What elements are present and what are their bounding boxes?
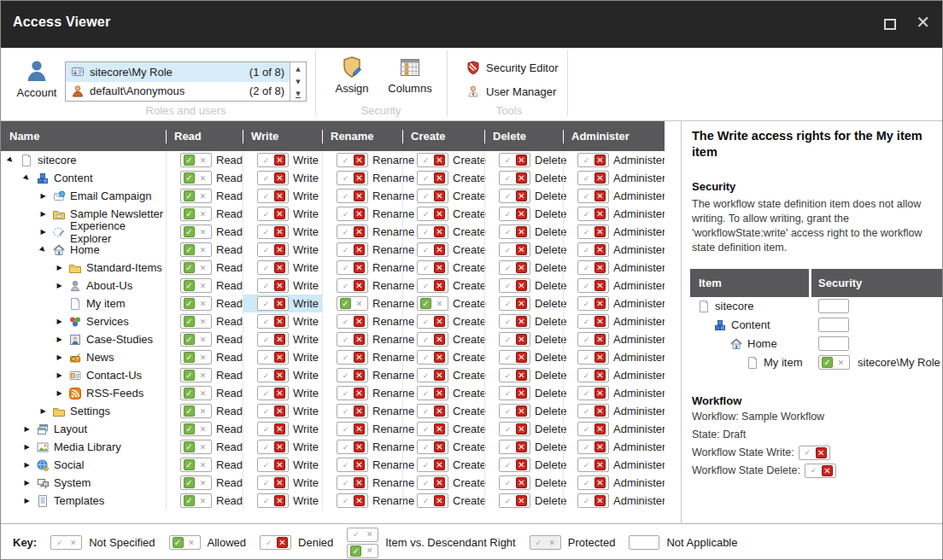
access-cell-administer[interactable]: ✓✕Administer [563, 151, 665, 169]
tree-item-system[interactable]: ▶System [1, 474, 166, 492]
access-cell-read[interactable]: ✓✕Read [166, 205, 243, 223]
access-cell-delete[interactable]: ✓✕Delete [484, 456, 563, 474]
access-cell-delete[interactable]: ✓✕Delete [484, 151, 563, 169]
access-cell-delete[interactable]: ✓✕Delete [484, 223, 563, 241]
scroll-up-icon[interactable]: ▲ [290, 62, 306, 75]
expander-collapsed-icon[interactable]: ▶ [22, 425, 32, 433]
expander-collapsed-icon[interactable]: ▶ [55, 282, 64, 289]
access-cell-read[interactable]: ✓✕Read [166, 366, 243, 384]
roles-list-item[interactable]: default\Anonymous(2 of 8) [66, 82, 290, 102]
tree-row[interactable]: ▶Media Library✓✕Read✓✕Write✓✕Rename✓✕Cre… [1, 438, 665, 456]
access-cell-administer[interactable]: ✓✕Administer [563, 420, 665, 438]
access-cell-create[interactable]: ✓✕Create [402, 330, 484, 348]
expander-collapsed-icon[interactable]: ▶ [22, 497, 32, 505]
tree-row[interactable]: ▶Experience Explorer✓✕Read✓✕Write✓✕Renam… [1, 223, 665, 241]
access-cell-create[interactable]: ✓✕Create [402, 474, 484, 492]
access-cell-create[interactable]: ✓✕Create [402, 348, 484, 366]
access-cell-create[interactable]: ✓✕Create [402, 366, 484, 384]
access-cell-rename[interactable]: ✓✕Rename [322, 492, 402, 510]
access-cell-rename[interactable]: ✓✕Rename [322, 456, 402, 474]
access-cell-administer[interactable]: ✓✕Administer [563, 259, 665, 277]
access-cell-write[interactable]: ✓✕Write [243, 151, 322, 169]
access-cell-create[interactable]: ✓✕Create [402, 259, 484, 277]
access-cell-write[interactable]: ✓✕Write [243, 474, 322, 492]
expander-collapsed-icon[interactable]: ▶ [55, 318, 64, 325]
expander-collapsed-icon[interactable]: ▶ [55, 371, 64, 379]
roles-list-item[interactable]: sitecore\My Role(1 of 8) [66, 62, 290, 82]
access-cell-read[interactable]: ✓✕Read [166, 277, 243, 295]
tree-item-news[interactable]: ▶News [1, 348, 166, 366]
access-cell-delete[interactable]: ✓✕Delete [484, 438, 563, 456]
expander-collapsed-icon[interactable]: ▶ [55, 264, 64, 271]
access-cell-delete[interactable]: ✓✕Delete [484, 259, 563, 277]
access-cell-administer[interactable]: ✓✕Administer [563, 241, 665, 259]
access-cell-rename[interactable]: ✓✕Rename [322, 366, 402, 384]
access-cell-administer[interactable]: ✓✕Administer [563, 223, 665, 241]
access-cell-rename[interactable]: ✓✕Rename [322, 348, 402, 366]
access-cell-delete[interactable]: ✓✕Delete [484, 384, 563, 402]
access-cell-administer[interactable]: ✓✕Administer [563, 295, 665, 312]
access-cell-read[interactable]: ✓✕Read [166, 169, 243, 187]
tree-row[interactable]: ▶About-Us✓✕Read✓✕Write✓✕Rename✓✕Create✓✕… [1, 277, 665, 295]
access-cell-write[interactable]: ✓✕Write [243, 223, 322, 241]
access-cell-write[interactable]: ✓✕Write [243, 330, 322, 348]
access-cell-delete[interactable]: ✓✕Delete [484, 295, 563, 312]
access-cell-read[interactable]: ✓✕Read [166, 456, 243, 474]
tree-item-case-studies[interactable]: ▶Case-Studies [1, 330, 166, 348]
access-cell-write[interactable]: ✓✕Write [243, 277, 322, 295]
tree-item-settings[interactable]: ▶Settings [1, 402, 166, 420]
access-cell-write[interactable]: ✓✕Write [243, 438, 322, 456]
access-cell-read[interactable]: ✓✕Read [166, 474, 243, 492]
access-cell-create[interactable]: ✓✕Create [402, 241, 484, 259]
access-cell-rename[interactable]: ✓✕Rename [322, 384, 402, 402]
access-cell-write[interactable]: ✓✕Write [243, 187, 322, 205]
access-cell-administer[interactable]: ✓✕Administer [563, 330, 665, 348]
expander-expanded-icon[interactable]: ▶ [4, 154, 16, 166]
expander-expanded-icon[interactable]: ▶ [20, 172, 32, 184]
access-cell-delete[interactable]: ✓✕Delete [484, 348, 563, 366]
access-cell-delete[interactable]: ✓✕Delete [484, 277, 563, 295]
access-cell-read[interactable]: ✓✕Read [166, 295, 243, 312]
access-cell-rename[interactable]: ✓✕Rename [322, 169, 402, 187]
access-cell-create[interactable]: ✓✕Create [402, 420, 484, 438]
access-cell-write[interactable]: ✓✕Write [243, 366, 322, 384]
access-cell-rename[interactable]: ✓✕Rename [322, 420, 402, 438]
tree-item-experience-explorer[interactable]: ▶Experience Explorer [1, 223, 166, 241]
account-button[interactable]: Account [11, 58, 62, 99]
access-cell-write[interactable]: ✓✕Write [243, 205, 322, 223]
access-cell-administer[interactable]: ✓✕Administer [563, 169, 665, 187]
tree-item-layout[interactable]: ▶Layout [1, 420, 166, 438]
access-cell-administer[interactable]: ✓✕Administer [563, 348, 665, 366]
columns-button[interactable]: Columns [384, 55, 436, 95]
tree-row[interactable]: ▶Home✓✕Read✓✕Write✓✕Rename✓✕Create✓✕Dele… [1, 241, 665, 259]
access-cell-create[interactable]: ✓✕Create [402, 205, 484, 223]
tree-item-standard-items[interactable]: ▶Standard-Items [1, 259, 166, 277]
access-cell-rename[interactable]: ✓✕Rename [322, 151, 402, 169]
tree-row[interactable]: ▶Layout✓✕Read✓✕Write✓✕Rename✓✕Create✓✕De… [1, 420, 665, 438]
tree-item-content[interactable]: ▶Content [1, 169, 166, 187]
access-cell-create[interactable]: ✓✕Create [402, 312, 484, 330]
access-cell-rename[interactable]: ✓✕Rename [322, 438, 402, 456]
access-cell-rename[interactable]: ✓✕Rename [322, 312, 402, 330]
access-cell-delete[interactable]: ✓✕Delete [484, 474, 563, 492]
tree-row[interactable]: ▶News✓✕Read✓✕Write✓✕Rename✓✕Create✓✕Dele… [1, 348, 665, 366]
access-cell-rename[interactable]: ✓✕Rename [322, 330, 402, 348]
tree-item-home[interactable]: ▶Home [1, 241, 166, 259]
tree-item-sitecore[interactable]: ▶sitecore [1, 151, 166, 169]
access-cell-rename[interactable]: ✓✕Rename [322, 223, 402, 241]
security-editor-button[interactable]: Security Editor [466, 61, 559, 74]
access-cell-create[interactable]: ✓✕Create [402, 456, 484, 474]
access-cell-rename[interactable]: ✓✕Rename [322, 259, 402, 277]
tree-row[interactable]: ▶sitecore✓✕Read✓✕Write✓✕Rename✓✕Create✓✕… [1, 151, 665, 169]
access-cell-rename[interactable]: ✓✕Rename [322, 295, 402, 312]
expander-collapsed-icon[interactable]: ▶ [38, 192, 48, 200]
tree-row[interactable]: ▶Settings✓✕Read✓✕Write✓✕Rename✓✕Create✓✕… [1, 402, 665, 420]
access-cell-read[interactable]: ✓✕Read [166, 492, 243, 510]
tree-item-services[interactable]: ▶Services [1, 312, 166, 330]
tree-row[interactable]: ▶RSS-Feeds✓✕Read✓✕Write✓✕Rename✓✕Create✓… [1, 384, 665, 402]
assign-button[interactable]: Assign [328, 55, 376, 95]
tree-row[interactable]: ▶Social✓✕Read✓✕Write✓✕Rename✓✕Create✓✕De… [1, 456, 665, 474]
access-cell-write[interactable]: ✓✕Write [243, 348, 322, 366]
access-cell-write[interactable]: ✓✕Write [243, 259, 322, 277]
access-cell-read[interactable]: ✓✕Read [166, 384, 243, 402]
